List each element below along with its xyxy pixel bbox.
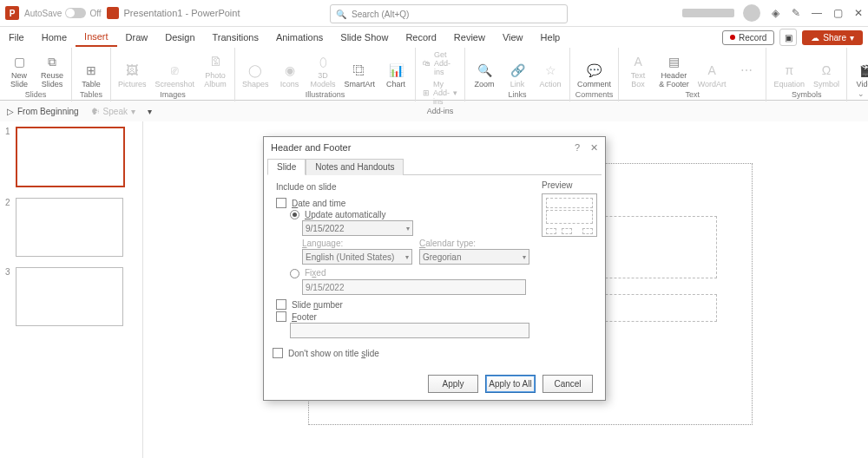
ribbon-expand-icon[interactable]: ⌄ (858, 89, 865, 98)
menu-draw[interactable]: Draw (117, 29, 157, 46)
autosave-toggle[interactable]: AutoSave Off (24, 8, 102, 18)
from-beginning-button[interactable]: ▷From Beginning (7, 107, 79, 116)
group-text-label: Text (686, 90, 700, 100)
dont-show-title-checkbox[interactable] (273, 348, 283, 358)
autosave-label: AutoSave (24, 9, 62, 18)
apply-button[interactable]: Apply (428, 375, 478, 393)
my-addins-button[interactable]: ⊞My Add-ins ▾ (419, 79, 461, 107)
photo-album-button[interactable]: 🖻Photo Album (200, 52, 231, 90)
header-footer-button[interactable]: ▤Header & Footer (655, 52, 693, 90)
date-combo[interactable]: 9/15/2022▾ (302, 220, 413, 236)
slide-number-checkbox[interactable] (276, 299, 286, 310)
get-addins-button[interactable]: 🛍Get Add-ins (419, 49, 461, 77)
speak-icon: 🗣 (91, 107, 100, 116)
close-icon[interactable]: ✕ (852, 7, 865, 19)
symbol-button[interactable]: ΩSymbol (810, 61, 843, 90)
3d-models-button[interactable]: ⬯3D Models (307, 52, 339, 90)
pictures-icon: 🖼 (124, 62, 140, 78)
restore-icon[interactable]: ▢ (832, 7, 844, 19)
link-button[interactable]: 🔗Link (502, 61, 533, 90)
slide-thumb-1[interactable]: 1 (5, 127, 137, 187)
calendar-combo[interactable]: Gregorian▾ (419, 249, 529, 265)
record-button[interactable]: Record (722, 30, 774, 45)
preview-label: Preview (542, 180, 597, 190)
menu-home[interactable]: Home (33, 29, 76, 46)
menu-file[interactable]: File (0, 29, 33, 46)
video-button[interactable]: 🎬Video (851, 61, 868, 90)
switch-icon[interactable] (65, 8, 86, 18)
minimize-icon[interactable]: — (811, 7, 823, 19)
textbox-button[interactable]: AText Box (622, 52, 654, 90)
wordart-button[interactable]: AWordArt (694, 61, 730, 90)
menu-view[interactable]: View (494, 29, 532, 46)
avatar[interactable] (743, 4, 760, 22)
slide-panel[interactable]: 1 2 3 (0, 121, 143, 458)
update-auto-radio[interactable] (290, 210, 299, 219)
chevron-down-icon: ▾ (406, 225, 410, 232)
comment-icon: 💬 (587, 62, 602, 78)
language-combo[interactable]: English (United States)▾ (302, 249, 412, 265)
comment-button[interactable]: 💬Comment (574, 61, 615, 90)
search-input[interactable]: 🔍 Search (Alt+Q) (330, 4, 568, 23)
smartart-button[interactable]: ⿻SmartArt (341, 61, 379, 90)
menu-review[interactable]: Review (445, 29, 494, 46)
screenshot-button[interactable]: ⎚Screenshot (152, 61, 199, 90)
group-illus-label: Illustrations (306, 90, 345, 100)
date-time-checkbox[interactable] (276, 198, 286, 208)
new-slide-button[interactable]: ▢New Slide (3, 52, 35, 90)
play-icon: ▷ (7, 107, 14, 116)
chevron-down-icon: ▾ (523, 253, 526, 261)
dont-show-label: Don't show on title slide (288, 349, 379, 358)
menu-design[interactable]: Design (156, 29, 203, 46)
slide-thumb-3[interactable]: 3 (5, 267, 137, 326)
date-time-label: Date and time (292, 199, 345, 208)
menu-insert[interactable]: Insert (76, 28, 117, 47)
diamond-icon[interactable]: ◈ (769, 7, 781, 19)
speak-button[interactable]: 🗣Speak ▾ (91, 107, 135, 116)
equation-icon: π (781, 62, 797, 78)
table-button[interactable]: ⊞Table (76, 61, 107, 90)
help-icon[interactable]: ? (575, 142, 580, 154)
present-icon[interactable]: ▣ (779, 29, 797, 46)
action-button[interactable]: ☆Action (535, 61, 566, 90)
wordart-icon: A (704, 62, 720, 78)
search-placeholder: Search (Alt+Q) (352, 10, 409, 19)
footer-field[interactable] (290, 323, 529, 338)
tab-slide[interactable]: Slide (267, 159, 306, 175)
menu-help[interactable]: Help (532, 29, 569, 46)
slide-thumb-2[interactable]: 2 (5, 198, 137, 257)
save-icon[interactable] (107, 7, 119, 19)
equation-button[interactable]: πEquation (770, 61, 808, 90)
fixed-date-field[interactable]: 9/15/2022 (302, 279, 526, 295)
pen-icon[interactable]: ✎ (790, 7, 802, 19)
dialog-buttons: Apply Apply to All Cancel (264, 368, 605, 400)
fixed-radio[interactable] (290, 269, 299, 278)
menu-record[interactable]: Record (397, 29, 444, 46)
shapes-button[interactable]: ◯Shapes (239, 61, 273, 90)
thumb-preview[interactable] (16, 127, 125, 187)
apply-to-all-button[interactable]: Apply to All (485, 375, 536, 393)
menu-transitions[interactable]: Transitions (204, 29, 267, 46)
menu-slideshow[interactable]: Slide Show (332, 29, 397, 46)
cancel-button[interactable]: Cancel (542, 375, 593, 393)
footer-checkbox[interactable] (276, 311, 286, 322)
menu-animations[interactable]: Animations (267, 29, 332, 46)
sub-more-button[interactable]: ▾ (148, 107, 152, 116)
share-button[interactable]: ☁ Share ▾ (802, 30, 863, 45)
ribbon: ▢New Slide ⧉Reuse Slides Slides ⊞Table T… (0, 48, 868, 101)
tab-notes-handouts[interactable]: Notes and Handouts (306, 159, 404, 175)
chart-button[interactable]: 📊Chart (380, 61, 411, 90)
textbox-icon: A (630, 54, 646, 69)
zoom-button[interactable]: 🔍Zoom (469, 61, 500, 90)
text-more[interactable]: ⋯ (731, 61, 762, 90)
thumb-number: 3 (5, 267, 12, 326)
close-icon[interactable]: ✕ (590, 142, 598, 154)
pictures-button[interactable]: 🖼Pictures (115, 61, 150, 90)
icons-button[interactable]: ◉Icons (274, 61, 306, 90)
include-panel: Include on slide Date and time Update au… (276, 180, 529, 359)
thumb-preview[interactable] (16, 267, 123, 326)
chevron-down-icon: ▾ (405, 253, 409, 261)
reuse-slides-button[interactable]: ⧉Reuse Slides (36, 52, 68, 90)
thumb-preview[interactable] (16, 198, 123, 257)
user-name (682, 9, 734, 17)
